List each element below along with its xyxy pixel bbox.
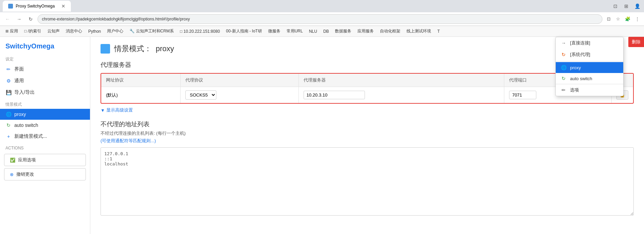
bookmark-appservice-label: 应用服务	[357, 28, 374, 34]
sidebar-item-proxy[interactable]: 🌐 proxy	[0, 109, 90, 120]
bookmark-appservice[interactable]: 应用服务	[355, 28, 377, 35]
bookmark-autoframework[interactable]: 自动化框架	[377, 28, 403, 35]
autoswitch-icon: ↻	[5, 122, 12, 128]
menu-icon[interactable]: ⋮	[633, 15, 641, 23]
reload-button[interactable]: ↻	[26, 14, 35, 24]
interface-icon: ✏	[5, 67, 12, 72]
bookmark-yunzhisheng[interactable]: 云知声	[45, 28, 62, 35]
bookmark-ip[interactable]: □ 10.20.222.151:8080	[177, 28, 223, 34]
popup-system-proxy[interactable]: ↻ [系统代理]	[556, 49, 623, 60]
bookmark-usercenter[interactable]: 用户中心	[104, 28, 126, 35]
sidebar-item-interface[interactable]: ✏ 界面	[0, 63, 90, 75]
bookmark-db-label: DB	[323, 29, 329, 34]
sidebar-item-autoswitch[interactable]: ↻ auto switch	[0, 120, 90, 131]
bookmark-nlu-label: NLU	[309, 29, 317, 34]
logo-text: SwitchyOmega	[5, 42, 54, 50]
proxy-table-wrapper: 网址协议 代理协议 代理服务器 代理端口 (默认) SOCKS5 SOCKS4	[101, 73, 634, 104]
bookmark-commonurl-label: 常用URL	[287, 28, 303, 34]
actions-label: ACTIONS	[0, 142, 90, 152]
sidebar-item-interface-label: 界面	[14, 66, 24, 72]
no-proxy-textarea[interactable]: 127.0.0.1 ::1 localhost	[101, 147, 634, 216]
autoswitch-popup-icon: ↻	[561, 76, 567, 81]
bookmark-apps-label: 应用	[10, 28, 18, 34]
sidebar-item-new-profile[interactable]: + 新建情景模式...	[0, 131, 90, 142]
settings-section-label: 设定	[0, 53, 90, 63]
tab-bar: Proxy SwitchyOmega ✕ ⊡ ⊞ 👤	[0, 0, 644, 12]
tab-bar-icons: ⊡ ⊞ 👤	[611, 2, 641, 10]
advanced-settings-label: 显示高级设置	[106, 107, 133, 113]
options-gear-icon: ✏	[561, 87, 567, 93]
popup-direct-connect[interactable]: → [直接连接]	[556, 37, 623, 49]
bookmark-apps[interactable]: ⊞ 应用	[3, 28, 21, 35]
bookmark-star-icon[interactable]: ☆	[614, 15, 622, 23]
bookmark-commonurl[interactable]: 常用URL	[284, 28, 306, 35]
cast-icon[interactable]: ⊡	[604, 15, 613, 23]
popup-autoswitch[interactable]: ↻ auto switch	[556, 73, 623, 84]
tab-close-btn[interactable]: ✕	[61, 3, 65, 9]
no-proxy-wildcard-link[interactable]: (可使用通配符等匹配规则...)	[101, 138, 634, 144]
bookmark-crm-label: 🔧 云知声工时和CRM系	[129, 28, 174, 34]
revert-changes-button[interactable]: ⊗ 撤销更改	[4, 168, 86, 180]
bookmark-index[interactable]: □ /的索引	[21, 28, 44, 35]
sidebar-item-proxy-label: proxy	[14, 112, 26, 117]
col-url-protocol: 网址协议	[101, 74, 180, 87]
popup-system-proxy-label: [系统代理]	[570, 52, 590, 58]
bookmark-t-label: T	[437, 29, 440, 34]
sidebar-item-autoswitch-label: auto switch	[14, 122, 38, 128]
proxy-server-cell	[298, 87, 504, 103]
minimize-icon[interactable]: ⊡	[611, 2, 619, 10]
bookmark-python[interactable]: Python	[86, 28, 104, 34]
direct-connect-icon: →	[561, 40, 567, 46]
profile-icon[interactable]: 👤	[633, 2, 641, 10]
bookmark-db[interactable]: DB	[321, 28, 332, 34]
sidebar-item-general-label: 通用	[14, 78, 24, 84]
apply-options-button[interactable]: ✅ 应用选项	[4, 154, 86, 166]
bookmark-ip-label: □ 10.20.222.151:8080	[180, 29, 220, 34]
advanced-settings-link[interactable]: ▼ 显示高级设置	[101, 107, 634, 113]
bookmark-message-label: 消息中心	[66, 28, 82, 34]
col-proxy-server: 代理服务器	[298, 74, 504, 87]
bookmark-dataservice-label: 数据服务	[335, 28, 351, 34]
extension-puzzle-icon[interactable]: 🧩	[624, 15, 632, 23]
address-bar-icons: ⊡ ☆ 🧩 ⋮	[604, 15, 641, 23]
bookmark-microservice[interactable]: 微服务	[265, 28, 283, 35]
bookmark-nlu[interactable]: NLU	[306, 28, 320, 34]
sidebar-item-new-profile-label: 新建情景模式...	[14, 133, 47, 140]
bookmark-iot[interactable]: 00-新人指南 - IoT研	[223, 28, 264, 35]
bookmark-online-test[interactable]: 线上测试环境	[404, 28, 434, 35]
address-input[interactable]	[37, 14, 602, 24]
sidebar-item-general[interactable]: ⚙ 通用	[0, 75, 90, 87]
bookmark-crm[interactable]: 🔧 云知声工时和CRM系	[127, 28, 177, 35]
sidebar-item-import-export[interactable]: 💾 导入/导出	[0, 87, 90, 98]
bookmark-index-label: □ /的索引	[24, 28, 41, 34]
extensions-icon[interactable]: ⊞	[622, 2, 630, 10]
no-proxy-desc: 不经过代理连接的主机列表: (每行一个主机)	[101, 130, 634, 136]
bookmark-message[interactable]: 消息中心	[63, 28, 85, 35]
delete-button[interactable]: 删除	[628, 37, 644, 47]
popup-proxy[interactable]: 🌐 proxy	[556, 62, 623, 73]
popup-proxy-label: proxy	[570, 65, 581, 70]
proxy-server-input[interactable]	[304, 91, 365, 99]
revert-changes-label: 撤销更改	[16, 171, 34, 177]
forward-button[interactable]: →	[14, 14, 24, 24]
url-protocol-cell: (默认)	[101, 87, 180, 103]
tab-favicon	[8, 4, 13, 9]
back-button[interactable]: ←	[3, 14, 12, 24]
apps-icon: ⊞	[5, 29, 9, 33]
bookmark-usercenter-label: 用户中心	[107, 28, 123, 34]
proxy-row: (默认) SOCKS5 SOCKS4 HTTP HTTPS	[101, 87, 633, 103]
bookmark-t[interactable]: T	[434, 28, 442, 34]
sidebar-logo: SwitchyOmega	[0, 37, 90, 53]
proxy-protocol-select[interactable]: SOCKS5 SOCKS4 HTTP HTTPS	[185, 90, 216, 100]
popup-options[interactable]: ✏ 选项	[556, 84, 623, 96]
proxy-server-title: 代理服务器	[101, 61, 634, 69]
active-tab[interactable]: Proxy SwitchyOmega ✕	[3, 1, 71, 12]
bookmark-dataservice[interactable]: 数据服务	[332, 28, 354, 35]
revert-icon: ⊗	[10, 172, 14, 177]
proxy-port-input[interactable]	[509, 91, 536, 99]
bookmark-python-label: Python	[88, 29, 101, 34]
bookmark-online-test-label: 线上测试环境	[407, 28, 431, 34]
page-mode-icon	[101, 44, 110, 54]
popup-divider	[556, 61, 623, 61]
proxy-protocol-cell: SOCKS5 SOCKS4 HTTP HTTPS	[180, 87, 298, 103]
